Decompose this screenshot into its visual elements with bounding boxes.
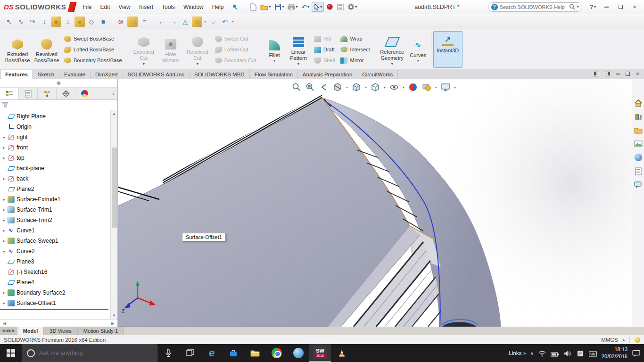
toolbar-icon[interactable]: ■ [98, 16, 108, 27]
mirror-button[interactable]: Mirror [339, 56, 372, 65]
dropdown-icon[interactable]: ▾ [320, 5, 322, 9]
scroll-up-icon[interactable]: ▲ [112, 110, 116, 117]
section-view-icon[interactable] [332, 82, 343, 92]
expand-arrow-icon[interactable]: ▸ [1, 239, 7, 243]
toolbar-icon[interactable]: ↕ [63, 16, 73, 27]
view-palette-icon[interactable] [634, 139, 643, 148]
tree-item[interactable]: ▸Surface-Extrude1 [0, 194, 110, 205]
minimize-button[interactable] [603, 3, 610, 11]
tree-scrollbar[interactable]: ▲ ▼ [110, 110, 117, 319]
dropdown-icon[interactable]: ▾ [232, 19, 234, 24]
first-tab-icon[interactable]: ◀ [2, 329, 5, 333]
tree-item[interactable]: ▸Curve2 [0, 246, 110, 256]
property-manager-tab[interactable] [19, 88, 38, 99]
vlc-icon[interactable] [331, 344, 353, 362]
draft-button[interactable]: Draft [312, 45, 337, 54]
linear-pattern-button[interactable]: Linear Pattern▾ [286, 33, 311, 66]
scroll-right-icon[interactable]: ▶ [111, 321, 115, 326]
tree-item[interactable]: ▸back [0, 173, 110, 184]
fillet-button[interactable]: Fillet▾ [263, 36, 286, 63]
scroll-down-icon[interactable]: ▼ [112, 312, 116, 319]
solidworks-resources-home-icon[interactable] [634, 98, 643, 107]
scroll-thumb[interactable] [112, 148, 117, 228]
previous-view-icon[interactable] [319, 82, 329, 92]
cortana-search-box[interactable] [22, 344, 157, 362]
help-menu-button[interactable]: ?▾ [590, 4, 596, 10]
lofted-boss-base-button[interactable]: Lofted Boss/Base [62, 45, 124, 54]
solidworks-taskbar-icon[interactable]: SW 2016 [309, 344, 331, 362]
scroll-left-icon[interactable]: ◀ [3, 321, 6, 326]
expand-arrow-icon[interactable]: ▸ [1, 135, 7, 140]
expand-arrow-icon[interactable]: ▸ [1, 207, 7, 212]
tree-item[interactable]: Right Plane [0, 111, 110, 122]
3dexperience-button[interactable] [325, 2, 335, 11]
dropdown-icon[interactable]: ▾ [346, 85, 348, 90]
expand-arrow-icon[interactable]: ▸ [1, 290, 7, 295]
custom-properties-icon[interactable] [634, 166, 643, 176]
toolbar-icon[interactable]: ← [157, 16, 167, 27]
boundary-boss-base-button[interactable]: Boundary Boss/Base [62, 56, 124, 65]
select-tool-button[interactable]: ▾ [312, 2, 324, 12]
dropdown-icon[interactable]: ▾ [391, 62, 393, 66]
toolbar-icon[interactable]: △ [180, 16, 190, 27]
search-icon[interactable] [569, 4, 575, 10]
tree-item[interactable]: Origin [0, 122, 110, 132]
unit-dropdown-icon[interactable]: ▴ [623, 337, 625, 342]
new-document-button[interactable] [248, 2, 258, 12]
dropdown-icon[interactable]: ▾ [435, 85, 437, 90]
dropdown-icon[interactable]: ▾ [307, 5, 309, 9]
options-button[interactable]: ▾ [346, 2, 358, 11]
configuration-manager-tab[interactable] [38, 88, 57, 99]
toolbar-icon[interactable]: ∿ [16, 16, 26, 27]
panel-tab-overflow[interactable]: › [109, 88, 117, 99]
maximize-button[interactable] [617, 3, 624, 11]
tab-solidworks-add-ins[interactable]: SOLIDWORKS Add-Ins [123, 70, 190, 79]
toolbar-icon[interactable]: ↷ [27, 16, 38, 27]
tree-item[interactable]: ▸Surface-Offset1 [0, 298, 110, 308]
zoom-to-area-icon[interactable] [305, 82, 315, 92]
3d-model-car-surface[interactable] [118, 79, 632, 327]
tab-motion-study-1[interactable]: Motion Study 1 [78, 327, 124, 335]
toolbar-icon[interactable]: ⊘ [116, 16, 126, 27]
tab-circuitworks[interactable]: CircuitWorks [357, 70, 398, 79]
last-tab-icon[interactable]: ▶ [12, 329, 15, 333]
display-manager-tab[interactable] [75, 88, 94, 99]
hide-show-items-icon[interactable] [389, 82, 399, 92]
dropdown-icon[interactable]: ▾ [355, 5, 357, 9]
tree-item[interactable]: Plane3 [0, 256, 110, 267]
tab-dimxpert[interactable]: DimXpert [91, 70, 123, 79]
document-close-icon[interactable]: × [636, 71, 639, 77]
instant3d-button[interactable]: ↗Instant3D [433, 31, 462, 68]
notes-icon[interactable] [576, 349, 585, 357]
tab-3d-views[interactable]: 3D Views [44, 327, 77, 335]
dropdown-icon[interactable]: ▾ [417, 58, 419, 63]
tab-solidworks-mbd[interactable]: SOLIDWORKS MBD [190, 70, 250, 79]
file-explorer-icon[interactable] [634, 125, 643, 135]
zoom-to-fit-icon[interactable] [291, 82, 302, 92]
toolbar-icon[interactable]: ● [74, 16, 85, 27]
reference-geometry-button[interactable]: Reference Geometry▾ [377, 33, 407, 66]
menu-edit[interactable]: Edit [96, 2, 115, 12]
display-style-icon[interactable] [370, 82, 380, 92]
tree-item[interactable]: (-) Sketch16 [0, 267, 110, 277]
tree-item[interactable]: ▸Surface-Trim2 [0, 215, 110, 225]
battery-icon[interactable] [551, 349, 559, 357]
rollback-bar[interactable] [0, 309, 108, 310]
dock-pane-left-icon[interactable] [594, 72, 599, 76]
menu-help[interactable]: Help [208, 2, 228, 12]
dropdown-icon[interactable]: ▾ [204, 19, 206, 24]
tree-item[interactable]: Plane4 [0, 277, 110, 288]
close-button[interactable]: × [631, 3, 638, 11]
toolbar-icon[interactable]: □ [127, 16, 138, 27]
expand-arrow-icon[interactable]: ▸ [1, 156, 7, 160]
tab-evaluate[interactable]: Evaluate [59, 70, 91, 79]
apply-scene-icon[interactable] [421, 82, 432, 92]
links-toolbar[interactable]: Links» [509, 350, 526, 356]
tab-analysis-preparation[interactable]: Analysis Preparation [298, 70, 357, 79]
tree-filter-row[interactable] [0, 100, 117, 110]
open-button[interactable]: ▾ [259, 3, 272, 11]
expand-arrow-icon[interactable]: ▸ [1, 197, 7, 202]
dropdown-icon[interactable]: ▾ [403, 85, 405, 90]
tree-item[interactable]: ▸Boundary-Surface2 [0, 288, 110, 298]
print-button[interactable]: ▾ [286, 3, 299, 11]
